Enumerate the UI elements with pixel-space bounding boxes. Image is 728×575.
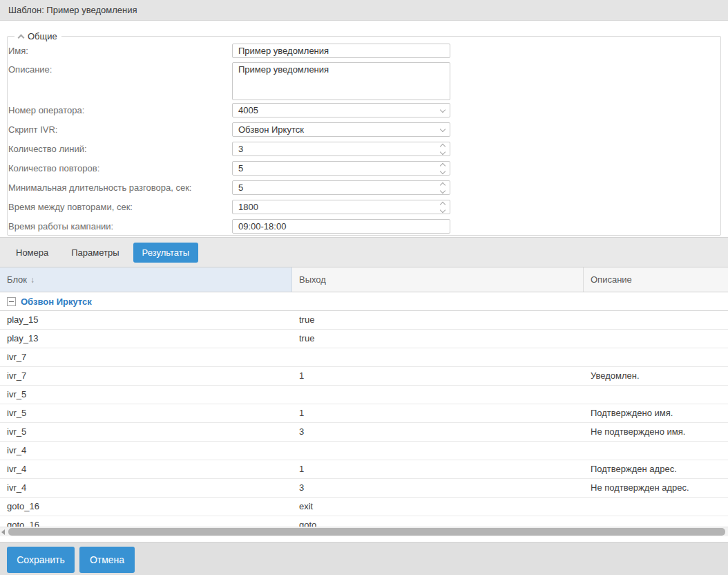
field-min-call-duration-spinner[interactable]: 5: [232, 180, 450, 195]
cell-description: Не подтверждено имя.: [591, 423, 725, 441]
table-row[interactable]: ivr_5: [0, 386, 728, 404]
table-row[interactable]: ivr_4: [0, 442, 728, 460]
field-operator-number-value: 4005: [238, 105, 258, 116]
grid-body: Обзвон Иркутск play_15trueplay_13trueivr…: [0, 292, 728, 527]
table-row[interactable]: ivr_53Не подтверждено имя.: [0, 423, 728, 442]
cell-block: play_15: [7, 311, 287, 329]
field-description-input[interactable]: Пример уведомления: [232, 62, 450, 100]
scrollbar-thumb[interactable]: [8, 528, 725, 536]
spinner-up-icon[interactable]: [440, 201, 446, 207]
bottom-toolbar: Сохранить Отмена: [0, 542, 728, 575]
field-label-repeat-count: Количество повторов:: [8, 161, 99, 176]
table-row[interactable]: ivr_71Уведомлен.: [0, 367, 728, 386]
cell-block: ivr_5: [7, 404, 287, 422]
window-title: Шаблон: Пример уведомления: [8, 5, 137, 15]
collapse-fieldset-icon[interactable]: [18, 34, 25, 41]
tab-1[interactable]: Параметры: [62, 243, 128, 263]
collapse-group-icon[interactable]: [7, 297, 16, 306]
field-description-value: Пример уведомления: [238, 64, 329, 75]
field-label-repeat-interval: Время между повторами, сек:: [8, 200, 133, 214]
sort-desc-icon: ↓: [30, 275, 35, 285]
cell-exit: exit: [299, 498, 579, 516]
cell-exit: [299, 348, 579, 366]
column-header-block[interactable]: Блок↓: [0, 267, 292, 292]
spinner-down-icon[interactable]: [440, 207, 446, 212]
table-row[interactable]: ivr_7: [0, 348, 728, 367]
spinner-up-icon[interactable]: [440, 162, 446, 168]
cell-exit: [299, 386, 579, 404]
spinner-up-icon[interactable]: [440, 143, 446, 149]
field-repeat-count-value: 5: [238, 163, 243, 174]
column-header-description-label: Описание: [591, 274, 632, 285]
cell-block: play_13: [7, 330, 287, 348]
cell-exit: true: [299, 330, 579, 348]
field-label-ivr-script: Скрипт IVR:: [8, 122, 57, 137]
grid-header: Блок↓ Выход Описание: [0, 267, 728, 292]
field-line-count-spinner[interactable]: 3: [232, 142, 450, 156]
tab-2[interactable]: Результаты: [133, 243, 198, 263]
spinner-down-icon[interactable]: [440, 149, 446, 154]
spinner-up-icon[interactable]: [440, 182, 446, 187]
field-operator-number-dropdown[interactable]: 4005: [232, 103, 450, 117]
table-row[interactable]: goto_16exit: [0, 498, 728, 516]
group-label: Обзвон Иркутск: [21, 296, 92, 307]
chevron-down-icon[interactable]: [440, 106, 446, 112]
cell-block: goto_16: [7, 498, 287, 516]
column-header-exit[interactable]: Выход: [292, 267, 584, 292]
save-button[interactable]: Сохранить: [7, 547, 75, 573]
field-repeat-interval-value: 1800: [238, 202, 258, 213]
spinner-down-icon[interactable]: [440, 187, 446, 193]
template-editor-window: Шаблон: Пример уведомления Общие Имя:При…: [0, 0, 728, 575]
cancel-button[interactable]: Отмена: [79, 547, 135, 573]
table-row[interactable]: ivr_43Не подтвержден адрес.: [0, 479, 728, 498]
cell-description: [591, 516, 725, 527]
cell-description: [591, 348, 725, 366]
field-campaign-hours-value: 09:00-18:00: [238, 221, 286, 232]
column-header-block-label: Блок: [7, 274, 27, 285]
scroll-left-icon[interactable]: [1, 529, 5, 535]
table-row[interactable]: goto_16goto: [0, 516, 728, 527]
cell-description: Не подтвержден адрес.: [591, 479, 725, 497]
cell-exit: 3: [299, 423, 579, 441]
cell-description: [591, 498, 725, 516]
tab-strip: НомераПараметрыРезультаты: [0, 237, 728, 267]
cell-block: goto_16: [7, 516, 287, 527]
field-min-call-duration-value: 5: [238, 182, 243, 194]
fieldset-legend: Общие: [28, 31, 57, 41]
cell-exit: 3: [299, 479, 579, 497]
cell-description: Подтверждено имя.: [591, 404, 725, 422]
field-label-name: Имя:: [8, 44, 28, 58]
cell-block: ivr_7: [7, 367, 287, 385]
tab-0[interactable]: Номера: [7, 243, 57, 263]
field-line-count-value: 3: [238, 144, 243, 155]
window-title-bar: Шаблон: Пример уведомления: [0, 0, 728, 21]
field-repeat-interval-spinner[interactable]: 1800: [232, 200, 450, 214]
field-ivr-script-dropdown[interactable]: Обзвон Иркутск: [232, 122, 450, 137]
cell-description: Подтвержден адрес.: [591, 460, 725, 478]
cell-exit: true: [299, 311, 579, 329]
cell-exit: 1: [299, 367, 579, 385]
group-row[interactable]: Обзвон Иркутск: [0, 292, 728, 311]
table-row[interactable]: ivr_51Подтверждено имя.: [0, 404, 728, 423]
table-row[interactable]: play_15true: [0, 311, 728, 330]
field-label-min-call-duration: Минимальная длительность разговора, сек:: [8, 180, 191, 195]
cell-block: ivr_4: [7, 479, 287, 497]
field-ivr-script-value: Обзвон Иркутск: [238, 124, 304, 135]
cell-description: [591, 330, 725, 348]
cell-block: ivr_7: [7, 348, 287, 366]
cell-description: Уведомлен.: [591, 367, 725, 385]
field-campaign-hours-input[interactable]: 09:00-18:00: [232, 219, 450, 234]
horizontal-scrollbar[interactable]: [0, 527, 728, 536]
column-header-description[interactable]: Описание: [584, 267, 728, 292]
cell-description: [591, 311, 725, 329]
table-row[interactable]: play_13true: [0, 330, 728, 348]
fieldset-legend-row: Общие: [15, 30, 61, 43]
field-name-input[interactable]: Пример уведомления: [232, 44, 450, 58]
field-repeat-count-spinner[interactable]: 5: [232, 161, 450, 176]
field-label-description: Описание:: [8, 62, 52, 77]
chevron-down-icon[interactable]: [440, 126, 446, 131]
cell-block: ivr_5: [7, 423, 287, 441]
spinner-down-icon[interactable]: [440, 168, 446, 173]
table-row[interactable]: ivr_41Подтвержден адрес.: [0, 460, 728, 479]
field-label-line-count: Количество линий:: [8, 142, 87, 156]
